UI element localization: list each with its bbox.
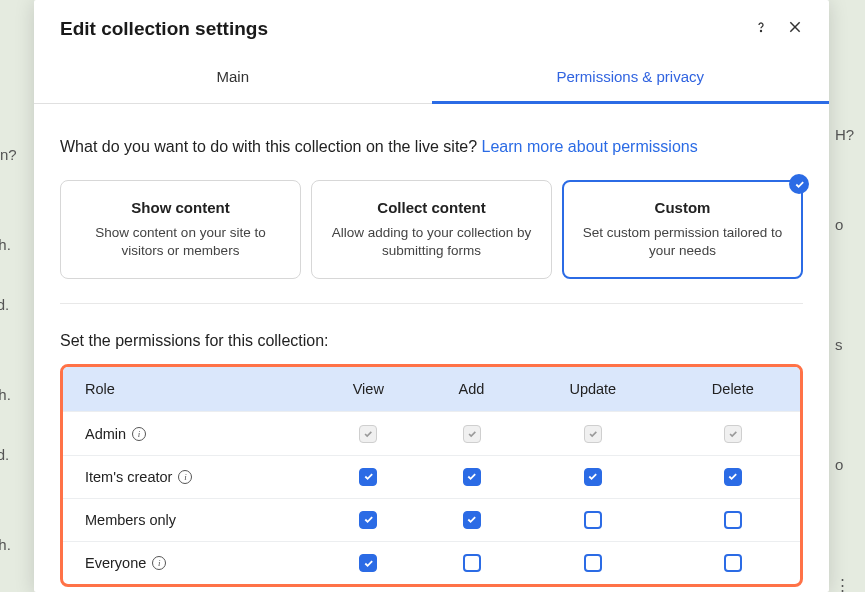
perm-cell [520,498,666,541]
checkbox-unchecked[interactable] [584,511,602,529]
perm-cell [666,541,800,584]
selected-check-icon [789,174,809,194]
row-label: Members only [85,512,176,528]
checkbox-checked[interactable] [724,468,742,486]
close-icon[interactable] [787,19,803,39]
svg-point-0 [760,30,761,31]
option-collect-content[interactable]: Collect content Allow adding to your col… [311,180,552,279]
question-label: What do you want to do with this collect… [60,138,482,155]
row-label: Admin i [85,426,146,442]
table-row: Admin i [63,412,800,455]
perm-cell [666,412,800,455]
modal-title: Edit collection settings [60,18,268,40]
info-icon[interactable]: i [178,470,192,484]
permissions-highlight: Role View Add Update Delete Admin iItem'… [60,364,803,587]
option-title: Show content [77,199,284,216]
option-desc: Set custom permission tailored to your n… [579,224,786,260]
learn-more-link[interactable]: Learn more about permissions [482,138,698,155]
row-label-cell: Item's creator i [63,455,314,498]
table-row: Item's creator i [63,455,800,498]
option-custom[interactable]: Custom Set custom permission tailored to… [562,180,803,279]
row-label-cell: Everyone i [63,541,314,584]
help-icon[interactable] [753,19,769,39]
perm-cell [423,541,520,584]
tab-main[interactable]: Main [34,54,432,103]
checkbox-locked [359,425,377,443]
modal-header: Edit collection settings [34,0,829,54]
modal-content: What do you want to do with this collect… [34,104,829,592]
row-label: Everyone i [85,555,166,571]
perm-cell [520,412,666,455]
perm-cell [666,455,800,498]
row-label: Item's creator i [85,469,192,485]
checkbox-locked [463,425,481,443]
permissions-label: Set the permissions for this collection: [60,332,803,350]
perm-cell [520,455,666,498]
background-text: ongcription?m aagraph.I'mnected.m aagrap… [0,110,17,592]
col-role: Role [63,367,314,412]
perm-cell [314,412,423,455]
checkbox-locked [724,425,742,443]
perm-cell [423,412,520,455]
tab-permissions[interactable]: Permissions & privacy [432,54,830,103]
background-text-right: H?oso⋮ [835,120,865,592]
table-header-row: Role View Add Update Delete [63,367,800,412]
perm-cell [666,498,800,541]
tabs: Main Permissions & privacy [34,54,829,104]
header-actions [753,19,803,39]
checkbox-unchecked[interactable] [463,554,481,572]
perm-cell [314,541,423,584]
option-title: Custom [579,199,786,216]
checkbox-unchecked[interactable] [584,554,602,572]
checkbox-checked[interactable] [359,468,377,486]
col-update: Update [520,367,666,412]
row-label-cell: Members only [63,498,314,541]
checkbox-locked [584,425,602,443]
option-desc: Show content on your site to visitors or… [77,224,284,260]
checkbox-checked[interactable] [463,468,481,486]
row-label-cell: Admin i [63,412,314,455]
info-icon[interactable]: i [132,427,146,441]
perm-cell [520,541,666,584]
edit-collection-modal: Edit collection settings Main Permission… [34,0,829,592]
option-desc: Allow adding to your collection by submi… [328,224,535,260]
perm-cell [314,455,423,498]
preset-options: Show content Show content on your site t… [60,180,803,279]
checkbox-unchecked[interactable] [724,511,742,529]
col-add: Add [423,367,520,412]
option-title: Collect content [328,199,535,216]
perm-cell [423,455,520,498]
info-icon[interactable]: i [152,556,166,570]
checkbox-checked[interactable] [463,511,481,529]
checkbox-checked[interactable] [584,468,602,486]
perm-cell [423,498,520,541]
checkbox-checked[interactable] [359,554,377,572]
table-row: Everyone i [63,541,800,584]
checkbox-checked[interactable] [359,511,377,529]
option-show-content[interactable]: Show content Show content on your site t… [60,180,301,279]
perm-cell [314,498,423,541]
question-text: What do you want to do with this collect… [60,138,803,156]
checkbox-unchecked[interactable] [724,554,742,572]
permissions-table: Role View Add Update Delete Admin iItem'… [63,367,800,584]
col-view: View [314,367,423,412]
divider [60,303,803,304]
table-row: Members only [63,498,800,541]
col-delete: Delete [666,367,800,412]
